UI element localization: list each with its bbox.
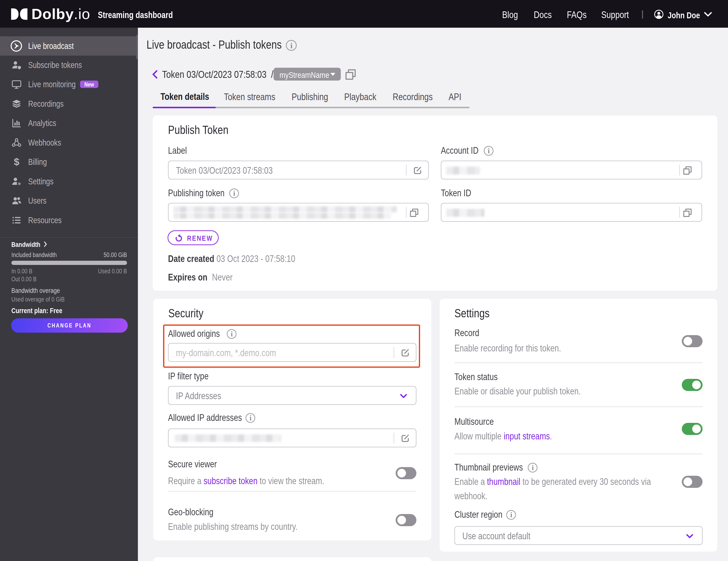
svg-text:i: i [510,511,512,519]
svg-text:i: i [488,147,490,155]
svg-text:i: i [233,189,235,197]
svg-text:i: i [231,330,233,338]
svg-text:i: i [532,464,534,472]
svg-text:i: i [290,41,293,50]
svg-text:i: i [250,414,252,422]
